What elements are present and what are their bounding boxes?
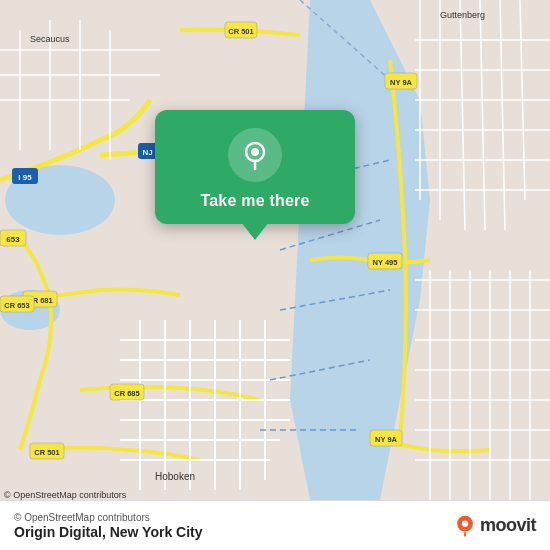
location-label: Origin Digital, New York City <box>14 524 203 540</box>
svg-text:Hoboken: Hoboken <box>155 471 195 482</box>
attribution-text: © OpenStreetMap contributors <box>14 512 203 523</box>
svg-text:© OpenStreetMap contributors: © OpenStreetMap contributors <box>4 490 127 500</box>
map-container: Secaucus Guttenberg Hoboken I 95 NJ 3 CR… <box>0 0 550 500</box>
bottom-left-info: © OpenStreetMap contributors Origin Digi… <box>14 512 203 540</box>
svg-point-82 <box>251 148 259 156</box>
bottom-bar: © OpenStreetMap contributors Origin Digi… <box>0 500 550 550</box>
map-background: Secaucus Guttenberg Hoboken I 95 NJ 3 CR… <box>0 0 550 500</box>
svg-text:Secaucus: Secaucus <box>30 34 70 44</box>
location-pin-icon <box>239 139 271 171</box>
svg-text:CR 653: CR 653 <box>4 301 29 310</box>
moovit-logo: moovit <box>454 515 536 537</box>
svg-text:CR 501: CR 501 <box>34 448 59 457</box>
moovit-text: moovit <box>480 515 536 536</box>
svg-point-84 <box>462 520 468 526</box>
svg-text:Guttenberg: Guttenberg <box>440 10 485 20</box>
popup-card: Take me there <box>155 110 355 224</box>
moovit-pin-icon <box>454 515 476 537</box>
location-icon-circle <box>228 128 282 182</box>
svg-text:NY 9A: NY 9A <box>390 78 413 87</box>
svg-text:CR 685: CR 685 <box>114 389 139 398</box>
svg-text:NY 495: NY 495 <box>373 258 398 267</box>
svg-text:653: 653 <box>6 235 20 244</box>
svg-text:NY 9A: NY 9A <box>375 435 398 444</box>
svg-text:I 95: I 95 <box>18 173 32 182</box>
take-me-there-button[interactable]: Take me there <box>200 192 309 210</box>
svg-text:CR 501: CR 501 <box>228 27 253 36</box>
